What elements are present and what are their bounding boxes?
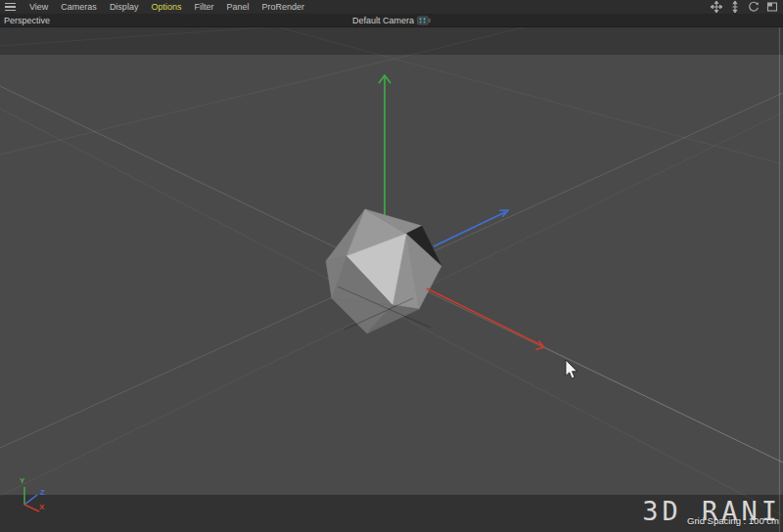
triad-y-label: Y xyxy=(20,477,24,485)
menu-bar: View Cameras Display Options Filter Pane… xyxy=(0,0,783,14)
cinema4d-viewport-window: { "menubar": { "items": ["View", "Camera… xyxy=(0,0,783,532)
scene-svg xyxy=(0,27,783,532)
camera-icon[interactable] xyxy=(417,16,431,25)
toggle-view-icon[interactable] xyxy=(766,1,778,13)
menu-options[interactable]: Options xyxy=(151,2,181,12)
icosahedron-object[interactable] xyxy=(326,209,441,333)
hamburger-icon[interactable] xyxy=(5,3,16,12)
rotate-icon[interactable] xyxy=(748,1,760,13)
viewport-controls xyxy=(711,1,778,13)
viewport-canvas[interactable]: Y Z X 3D RANI Grid Spacing : 100 cm xyxy=(0,27,783,532)
menu-filter[interactable]: Filter xyxy=(194,2,213,12)
menu-view[interactable]: View xyxy=(29,2,48,12)
axis-arrow-y[interactable] xyxy=(379,75,391,215)
view-bar: Perspective Default Camera xyxy=(0,14,783,27)
menu-cameras[interactable]: Cameras xyxy=(61,2,97,12)
menu-display[interactable]: Display xyxy=(110,2,139,12)
pan-icon[interactable] xyxy=(711,1,722,13)
axis-triad xyxy=(24,487,39,511)
triad-x-label: X xyxy=(39,504,44,511)
axis-arrow-z[interactable] xyxy=(434,210,508,246)
camera-label: Default Camera xyxy=(352,16,414,25)
menu-panel[interactable]: Panel xyxy=(226,2,249,12)
menu-prorender[interactable]: ProRender xyxy=(261,2,304,12)
grid-spacing-label: Grid Spacing : 100 cm xyxy=(687,515,779,526)
triad-z-label: Z xyxy=(40,489,45,497)
dolly-icon[interactable] xyxy=(729,1,741,13)
